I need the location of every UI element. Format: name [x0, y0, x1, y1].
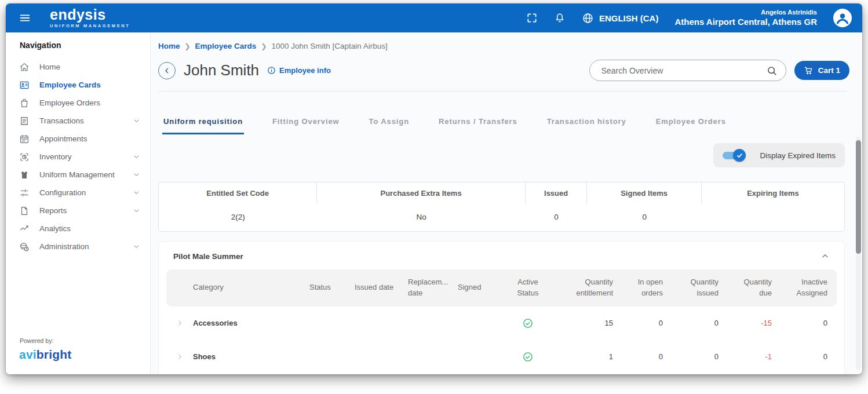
chevron-up-icon[interactable]: [820, 251, 830, 261]
globe-icon: [582, 12, 594, 24]
avibright-logo: avibright: [19, 348, 71, 362]
sidebar-item-configuration[interactable]: Configuration: [6, 184, 150, 202]
column-header-replacem: Replacem... date: [408, 277, 458, 299]
tab-fitting-overview[interactable]: Fitting Overview: [271, 115, 341, 134]
search-box: [589, 60, 786, 81]
badge-icon: [19, 80, 30, 90]
app-logo[interactable]: endysis UNIFORM MANAGEMENT: [50, 8, 130, 28]
category-row-accessories: Accessories1500-150: [166, 307, 837, 340]
active-status-check-icon: [503, 318, 553, 329]
tab-employee-orders[interactable]: Employee Orders: [655, 115, 727, 134]
category-row-shoes: Shoes100-10: [166, 340, 837, 374]
cell-inactive_assigned: 0: [772, 319, 827, 327]
trend-icon: [19, 224, 30, 234]
chevron-down-icon: [132, 170, 141, 179]
tab-returns-transfers[interactable]: Returns / Transfers: [437, 115, 519, 134]
menu-icon[interactable]: [15, 8, 35, 28]
sidebar-item-label: Transactions: [39, 116, 132, 125]
sidebar-item-employee-cards[interactable]: Employee Cards: [6, 76, 150, 94]
column-header-signed: Signed: [458, 282, 503, 293]
sidebar-item-employee-orders[interactable]: Employee Orders: [6, 94, 150, 112]
sidebar-item-label: Configuration: [39, 188, 132, 197]
cell-category: Accessories: [193, 319, 309, 327]
document-icon: [19, 206, 30, 216]
page-title: John Smith: [184, 61, 259, 79]
expand-row-icon[interactable]: [176, 352, 193, 361]
cell-in_open_orders: 0: [613, 319, 663, 327]
breadcrumb-item-home[interactable]: Home: [158, 42, 180, 50]
home-icon: [19, 62, 30, 72]
notifications-bell-icon[interactable]: [554, 12, 566, 24]
chevron-down-icon: [132, 116, 141, 125]
inventory-icon: [19, 152, 30, 162]
back-button[interactable]: [158, 62, 176, 79]
sidebar-item-administration[interactable]: Administration: [6, 238, 150, 256]
user-menu[interactable]: Angelos Astrinidis Athens Airport Centra…: [674, 9, 817, 28]
scrollbar-thumb[interactable]: [856, 140, 861, 254]
expand-row-icon[interactable]: [176, 319, 193, 327]
chevron-down-icon: [132, 242, 141, 251]
chevron-down-icon: [132, 188, 141, 197]
cell-quantity_issued: 0: [663, 352, 719, 361]
sidebar-item-reports[interactable]: Reports: [6, 202, 150, 220]
entitlement-summary-table: Entitled Set CodePurchased Extra ItemsIs…: [158, 182, 845, 232]
receipt-icon: [19, 116, 30, 126]
column-header-inactive: Inactive Assigned: [772, 277, 827, 299]
sidebar-item-label: Home: [39, 63, 141, 71]
info-icon: [267, 66, 276, 75]
language-selector[interactable]: ENGLISH (CA): [582, 12, 659, 24]
sidebar-item-label: Appointments: [39, 134, 141, 143]
column-header-issued-date: Issued date: [355, 282, 408, 293]
summary-header-signed-items: Signed Items: [587, 183, 702, 204]
sidebar-item-label: Analytics: [39, 224, 141, 233]
cell-active_status: [503, 351, 553, 363]
breadcrumb-item-employee-cards[interactable]: Employee Cards: [195, 42, 257, 50]
sidebar-item-label: Inventory: [39, 152, 132, 161]
search-icon[interactable]: [766, 65, 778, 76]
tab-uniform-requisition[interactable]: Uniform requisition: [162, 115, 244, 134]
globe-clock-icon: [19, 242, 30, 252]
sidebar-item-inventory[interactable]: Inventory: [6, 148, 150, 166]
cart-count: 1: [836, 66, 840, 75]
chevron-down-icon: [132, 206, 141, 215]
cell-category: Shoes: [193, 352, 309, 361]
column-header-quantity: Quantity entitlement: [553, 277, 613, 299]
sidebar-item-home[interactable]: Home: [6, 58, 150, 76]
summary-value: [702, 204, 844, 231]
powered-by-label: Powered by:: [20, 337, 53, 344]
sidebar-item-uniform-management[interactable]: Uniform Management: [6, 166, 150, 184]
sidebar-item-transactions[interactable]: Transactions: [6, 112, 150, 130]
tab-to-assign[interactable]: To Assign: [368, 115, 411, 134]
sidebar-item-label: Employee Cards: [39, 81, 141, 89]
sidebar-item-label: Uniform Management: [39, 170, 132, 179]
toggle-check-icon: [733, 149, 746, 162]
summary-value: 2(2): [159, 204, 317, 231]
sidebar-item-label: Employee Orders: [39, 99, 141, 107]
bag-icon: [19, 98, 30, 108]
cart-button[interactable]: Cart 1: [794, 61, 849, 80]
active-status-check-icon: [503, 351, 553, 363]
fullscreen-icon[interactable]: [526, 12, 538, 24]
column-header-quantity: Quantity issued: [663, 277, 719, 299]
tab-transaction-history[interactable]: Transaction history: [546, 115, 628, 134]
column-header-status: Status: [309, 282, 355, 293]
column-header-active: Active Status: [503, 277, 553, 299]
app-window: endysis UNIFORM MANAGEMENT ENGLISH (CA) …: [6, 3, 862, 374]
cell-inactive_assigned: 0: [772, 352, 827, 361]
toggle-label: Display Expired Items: [760, 151, 836, 160]
employee-info-link[interactable]: Employee info: [267, 66, 331, 75]
sidebar-item-analytics[interactable]: Analytics: [6, 220, 150, 238]
search-input[interactable]: [601, 66, 766, 75]
user-name: Angelos Astrinidis: [674, 9, 817, 17]
cell-quantity_issued: 0: [663, 319, 719, 327]
main-content: Home❯Employee Cards❯1000 John Smith [Cap…: [151, 32, 862, 374]
summary-value: 0: [526, 204, 587, 231]
cell-quantity_due: -15: [719, 319, 772, 327]
sidebar-item-appointments[interactable]: Appointments: [6, 130, 150, 148]
avatar-icon[interactable]: [833, 9, 852, 27]
display-expired-toggle[interactable]: [721, 149, 746, 162]
summary-header-purchased-extra-items: Purchased Extra Items: [317, 183, 526, 204]
column-header-quantity: Quantity due: [719, 277, 772, 299]
cell-active_status: [503, 318, 553, 329]
summary-header-entitled-set-code: Entitled Set Code: [159, 183, 317, 204]
